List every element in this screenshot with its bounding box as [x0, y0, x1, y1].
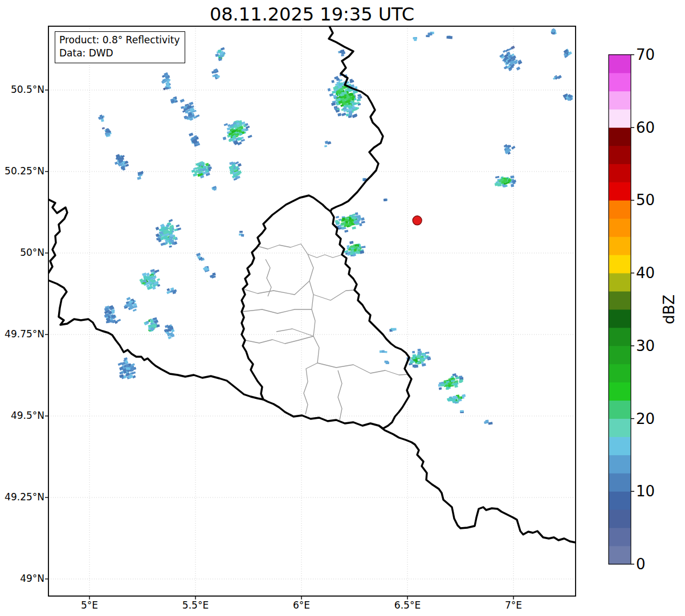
- colorbar-tick-label: 30: [636, 337, 670, 354]
- map-canvas: [0, 0, 685, 616]
- colorbar-tick-label: 40: [636, 264, 670, 282]
- colorbar-unit-label: dBZ: [660, 295, 678, 324]
- colorbar-tick-label: 60: [636, 119, 670, 136]
- map-layers: [48, 26, 576, 596]
- colorbar-tick-label: 10: [636, 483, 670, 500]
- colorbar-tick-label: 70: [636, 46, 670, 63]
- colorbar: [609, 55, 634, 565]
- y-tick-label: 50.5°N: [1, 84, 44, 95]
- x-tick-label: 7°E: [488, 599, 539, 611]
- colorbar-tick-label: 50: [636, 191, 670, 209]
- product-info-box: Product: 0.8° Reflectivity Data: DWD: [55, 31, 185, 63]
- colorbar-tick-label: 0: [636, 556, 670, 573]
- y-tick-label: 50.25°N: [1, 165, 44, 177]
- data-source-line: Data: DWD: [59, 47, 180, 60]
- x-tick-label: 6°E: [276, 599, 327, 611]
- station-marker: [413, 216, 422, 225]
- x-tick-label: 6.5°E: [382, 599, 433, 611]
- radar-figure: 08.11.2025 19:35 UTC Product: 0.8° Refle…: [0, 0, 685, 616]
- product-line: Product: 0.8° Reflectivity: [59, 34, 180, 47]
- y-tick-label: 49.5°N: [1, 410, 44, 421]
- y-tick-label: 50°N: [1, 247, 44, 258]
- colorbar-tick-label: 20: [636, 410, 670, 427]
- country-borders: [48, 26, 576, 542]
- y-tick-label: 49.25°N: [1, 491, 44, 503]
- x-tick-label: 5°E: [64, 599, 115, 611]
- x-tick-label: 5.5°E: [170, 599, 221, 611]
- y-tick-label: 49.75°N: [1, 328, 44, 340]
- axis-ticks: [45, 90, 513, 599]
- y-tick-label: 49°N: [1, 573, 44, 584]
- region-borders: [242, 244, 408, 420]
